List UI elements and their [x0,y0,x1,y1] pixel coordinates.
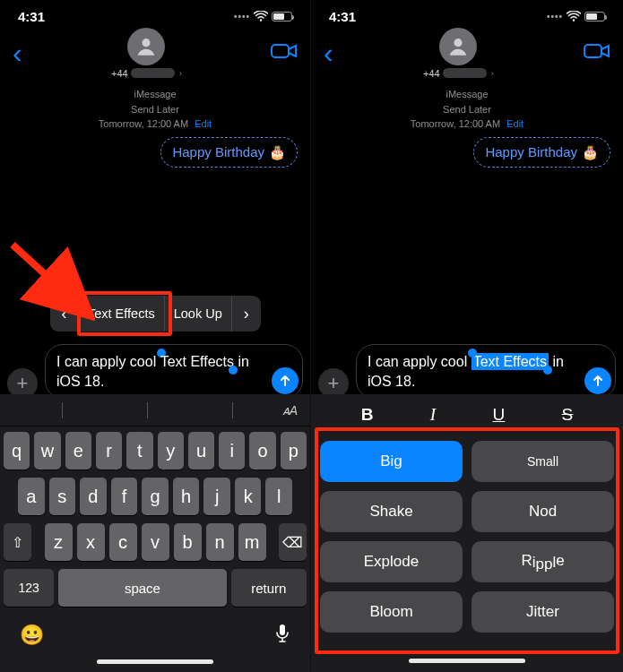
battery-icon [584,12,605,22]
screenshot-right: 4:31 •••• ‹ +44 xxxxx › [311,0,623,672]
selection-handle-start-icon[interactable] [468,349,477,358]
delete-key[interactable]: ⌫ [279,523,307,561]
key-i[interactable]: i [219,432,245,470]
compose-selection: Text Effects [160,354,234,369]
home-indicator[interactable] [97,659,213,664]
scheduled-bubble-row: Happy Birthday 🎂 [311,132,623,168]
contact-redacted: xxxxx [443,68,487,78]
bold-button[interactable]: B [361,405,374,425]
key-v[interactable]: v [142,523,169,561]
svg-rect-7 [584,45,601,57]
status-bar: 4:31 •••• [311,0,623,26]
battery-icon [272,12,292,22]
key-s[interactable]: s [49,478,76,515]
send-button[interactable] [272,367,299,394]
key-k[interactable]: k [235,478,262,515]
meta-when-time: 12:00 AM [147,118,188,129]
annotation-arrow [5,237,95,327]
keyboard-bottom: 😀 [0,616,310,654]
key-b[interactable]: b [174,523,202,561]
wifi-icon [567,9,581,24]
key-y[interactable]: y [158,432,184,470]
svg-line-3 [13,245,75,302]
meta-when-prefix: Tomorrow, [99,118,144,129]
meta-mode: Send Later [311,102,623,117]
message-meta: iMessage Send Later Tomorrow, 12:00 AM E… [0,87,310,132]
scheduled-bubble-row: Happy Birthday 🎂 [0,132,310,168]
mic-key[interactable] [274,624,290,649]
key-j[interactable]: j [203,478,230,515]
compose-pre: I can apply cool [368,354,472,369]
svg-point-1 [143,39,151,47]
key-c[interactable]: c [109,523,137,561]
nav-bar: ‹ +44 xxxxx › [311,26,623,74]
meta-edit-link[interactable]: Edit [195,118,212,129]
meta-service: iMessage [0,87,310,102]
compose-input[interactable]: I can apply cool Text Effects in iOS 18. [45,344,303,399]
emoji-key[interactable]: 😀 [20,624,44,649]
avatar [127,28,165,65]
selection-handle-end-icon[interactable] [229,366,238,375]
contact-header[interactable]: +44 xxxxx › [333,28,584,79]
kbd-row-2: asdfghjkl [4,478,307,515]
kbd-row-3: ⇧ zxcvbnm ⌫ [4,523,307,561]
numbers-key[interactable]: 123 [4,569,54,607]
status-time: 4:31 [18,9,45,24]
keyboard-candidate-bar: ᴀA [0,394,310,426]
key-l[interactable]: l [265,478,292,515]
key-u[interactable]: u [188,432,214,470]
context-lookup-button[interactable]: Look Up [165,296,232,332]
nav-bar: ‹ +44 xxxxx › [0,26,310,74]
wifi-icon [254,9,268,24]
meta-when-prefix: Tomorrow, [411,118,456,129]
contact-redacted: xxxxx [131,68,175,78]
kbd-row-1: qwertyuiop [4,432,307,470]
key-x[interactable]: x [77,523,105,561]
message-meta: iMessage Send Later Tomorrow, 12:00 AM E… [311,87,623,132]
key-n[interactable]: n [206,523,234,561]
compose-selection: Text Effects [472,353,549,370]
key-h[interactable]: h [173,478,200,515]
home-indicator[interactable] [409,659,525,663]
status-right: •••• [547,9,605,24]
bubble-text: Happy Birthday [485,144,577,159]
strike-button[interactable]: S [562,405,574,425]
contact-header[interactable]: +44 xxxxx › [22,28,271,79]
facetime-button[interactable] [584,40,610,65]
cake-emoji-icon: 🎂 [269,144,286,160]
status-time: 4:31 [329,9,356,24]
key-p[interactable]: p [281,432,307,470]
key-o[interactable]: o [249,432,275,470]
key-g[interactable]: g [142,478,169,515]
key-d[interactable]: d [80,478,107,515]
meta-edit-link[interactable]: Edit [506,118,523,129]
facetime-button[interactable] [271,40,298,65]
context-next-button[interactable]: › [232,296,261,332]
key-f[interactable]: f [111,478,138,515]
key-q[interactable]: q [4,432,30,470]
svg-point-5 [573,19,575,21]
shift-key[interactable]: ⇧ [4,523,31,561]
send-button[interactable] [584,367,611,394]
status-bar: 4:31 •••• [0,0,310,26]
return-key[interactable]: return [231,569,307,607]
cell-dots-icon: •••• [547,12,563,22]
back-button[interactable]: ‹ [13,39,22,67]
scheduled-bubble[interactable]: Happy Birthday 🎂 [473,137,610,168]
key-m[interactable]: m [238,523,266,561]
key-w[interactable]: w [34,432,60,470]
compose-input[interactable]: I can apply cool Text Effects in iOS 18. [356,344,616,399]
key-r[interactable]: r [96,432,122,470]
scheduled-bubble[interactable]: Happy Birthday 🎂 [160,137,298,168]
keyboard-aA-icon[interactable]: ᴀA [282,403,298,418]
italic-button[interactable]: I [430,405,436,425]
space-key[interactable]: space [58,569,226,607]
underline-button[interactable]: U [493,405,506,425]
back-button[interactable]: ‹ [324,39,333,67]
key-e[interactable]: e [65,432,91,470]
key-a[interactable]: a [18,478,45,515]
key-z[interactable]: z [45,523,73,561]
bubble-text: Happy Birthday [172,144,264,159]
key-t[interactable]: t [126,432,152,470]
selection-handle-end-icon[interactable] [543,366,552,375]
